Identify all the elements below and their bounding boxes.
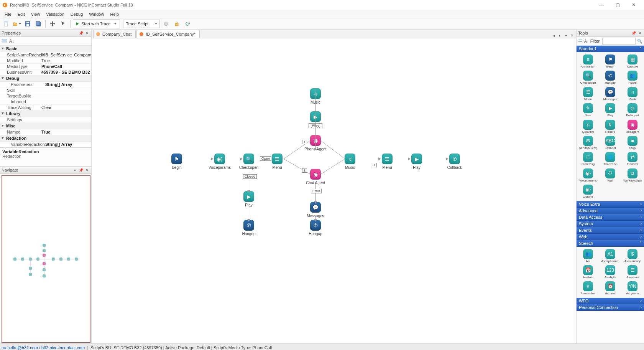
prop-cat-basic[interactable]: Basic bbox=[0, 46, 91, 52]
close-button[interactable]: ✕ bbox=[626, 1, 642, 9]
prop-row[interactable]: Inbound bbox=[0, 99, 91, 105]
move-tool-button[interactable] bbox=[48, 19, 57, 28]
refresh-button[interactable] bbox=[183, 19, 192, 28]
prop-row[interactable]: MediaTypePhoneCall bbox=[0, 64, 91, 69]
tool-cat-standard[interactable]: Standard˅ bbox=[577, 46, 644, 52]
close-panel-icon[interactable]: ✕ bbox=[637, 30, 642, 36]
prop-row[interactable]: ParametersString[] Array bbox=[0, 82, 91, 88]
tool-cat-wfo[interactable]: WFO› bbox=[577, 298, 644, 304]
search-icon[interactable]: 🔍 bbox=[637, 39, 642, 44]
record-button[interactable] bbox=[161, 19, 171, 28]
trace-script-field[interactable]: Trace Script bbox=[123, 20, 160, 28]
tool-cat-personal-connection[interactable]: Personal Connection› bbox=[577, 304, 644, 311]
tool-ziptone[interactable]: ◉⟩Ziptone bbox=[577, 184, 599, 199]
prop-row[interactable]: ScriptNameRachell\IB_SelfService_Company bbox=[0, 52, 91, 58]
tool-cat-speech[interactable]: Speech˅ bbox=[577, 240, 644, 247]
dropdown-icon[interactable]: ▾ bbox=[72, 167, 77, 173]
prop-cat-misc[interactable]: Misc bbox=[0, 123, 91, 129]
start-with-trace-button[interactable]: Start with Trace bbox=[73, 19, 120, 28]
tool-hangup[interactable]: ✆Hangup bbox=[600, 70, 621, 85]
menu-file[interactable]: File bbox=[2, 11, 15, 17]
tool-queuewi[interactable]: ⎌Queuewi bbox=[577, 119, 599, 134]
tab-1[interactable]: IB_SelfService_Company* bbox=[136, 30, 200, 38]
lock-button[interactable] bbox=[172, 19, 181, 28]
tool-record[interactable]: 🎙Record bbox=[600, 119, 621, 134]
tool-voiceparams[interactable]: ◉⟩Voiceparams bbox=[577, 168, 599, 183]
pin-icon[interactable]: 📌 bbox=[631, 30, 636, 36]
pin-icon[interactable]: 📌 bbox=[78, 167, 84, 173]
tool-note[interactable]: ✎Note bbox=[577, 102, 599, 118]
tool-asrtime[interactable]: ⏰Asrtime bbox=[600, 281, 621, 296]
tool-messages[interactable]: 💬Messages bbox=[600, 86, 621, 102]
tool-checkopen[interactable]: 🔍Checkopen bbox=[577, 70, 599, 85]
prop-row[interactable]: VariableRedactionString[] Array bbox=[0, 142, 91, 147]
tool-cat-events[interactable]: Events› bbox=[577, 227, 644, 234]
tool-asrnumber[interactable]: #Asrnumber bbox=[577, 281, 599, 296]
tool-wait[interactable]: ⏱Wait bbox=[600, 168, 621, 183]
node-hangup_r[interactable]: ✆Hangup bbox=[302, 220, 329, 236]
prop-row[interactable]: Skill bbox=[0, 88, 91, 93]
prop-row[interactable]: NamedTrue bbox=[0, 129, 91, 135]
property-grid[interactable]: BasicScriptNameRachell\IB_SelfService_Co… bbox=[0, 46, 91, 147]
tool-cat-voice-extra[interactable]: Voice Extra› bbox=[577, 201, 644, 208]
menu-window[interactable]: Window bbox=[86, 11, 107, 17]
tab-0[interactable]: Company_Chat bbox=[93, 30, 136, 38]
tool-cat-advanced[interactable]: Advanced› bbox=[577, 208, 644, 214]
tool-menu[interactable]: ☰Menu bbox=[577, 86, 599, 102]
save-button[interactable] bbox=[23, 19, 32, 28]
prop-row[interactable]: BusinessUnit4597359 - SE DEMO B32 bbox=[0, 69, 91, 75]
tool-pullagent[interactable]: ◎Pullagent bbox=[622, 102, 643, 118]
prop-cat-library[interactable]: Library bbox=[0, 111, 91, 117]
tool-capture[interactable]: ▦Capture bbox=[622, 54, 643, 69]
node-callback[interactable]: ✆Callback bbox=[441, 154, 468, 170]
menu-edit[interactable]: Edit bbox=[15, 11, 28, 17]
tool-annotation[interactable]: ≡Annotation bbox=[577, 54, 599, 69]
tool-timezone[interactable]: 🌐Timezone bbox=[600, 151, 621, 167]
tool-asralphanum[interactable]: A1Asralphanum bbox=[600, 248, 621, 264]
tab-next-icon[interactable]: ▸ bbox=[557, 33, 562, 38]
tool-storemsg[interactable]: ⬚Storemsg bbox=[577, 151, 599, 167]
menu-validation[interactable]: Validation bbox=[43, 11, 67, 17]
tab-prev-icon[interactable]: ◂ bbox=[551, 33, 556, 38]
node-hangup_b[interactable]: ✆Hangup bbox=[235, 220, 262, 236]
prop-row[interactable]: TargetBusNo bbox=[0, 93, 91, 99]
tool-asrdigits[interactable]: 123Asrdigits bbox=[600, 264, 621, 280]
tool-asrmenu[interactable]: ☰Asrmenu bbox=[622, 264, 643, 280]
prop-row[interactable]: TraceWaitingClear bbox=[0, 105, 91, 111]
tool-music[interactable]: ♫Music bbox=[622, 86, 643, 102]
canvas[interactable]: ⚑Begin◉⟩Voiceparams🔍Checkopen☰Menu♫Music… bbox=[92, 38, 576, 343]
pin-icon[interactable]: 📌 bbox=[78, 30, 84, 36]
tool-workflowdata[interactable]: ⧉WorkflowData bbox=[622, 168, 643, 183]
prop-row[interactable]: ModifiedTrue bbox=[0, 58, 91, 64]
tool-asrdate[interactable]: 📅Asrdate bbox=[577, 264, 599, 280]
node-begin[interactable]: ⚑Begin bbox=[163, 154, 190, 170]
categorized-icon[interactable] bbox=[578, 39, 583, 43]
node-voiceparams[interactable]: ◉⟩Voiceparams bbox=[206, 154, 233, 170]
tool-cat-system[interactable]: System› bbox=[577, 221, 644, 227]
node-menu2[interactable]: ☰Menu bbox=[374, 154, 401, 170]
close-panel-icon[interactable]: ✕ bbox=[84, 30, 90, 36]
tool-begin[interactable]: ⚑Begin bbox=[600, 54, 621, 69]
save-all-button[interactable] bbox=[34, 19, 43, 28]
alphabetical-icon[interactable]: A↓ bbox=[9, 39, 14, 43]
new-script-button[interactable] bbox=[2, 19, 11, 28]
tool-stop[interactable]: ■Stop bbox=[622, 135, 643, 150]
navigate-minimap[interactable] bbox=[2, 175, 90, 343]
menu-debug[interactable]: Debug bbox=[67, 11, 86, 17]
prop-cat-redaction[interactable]: Redaction bbox=[0, 135, 91, 142]
alphabetical-icon[interactable]: A↓ bbox=[584, 39, 589, 43]
status-user[interactable]: rachellm@b32.com / b32.nice-incontact.co… bbox=[2, 345, 85, 350]
tool-setlabel[interactable]: ABCSetlabel bbox=[600, 135, 621, 150]
tool-cat-data-access[interactable]: Data Access› bbox=[577, 214, 644, 221]
tool-sendsmspayload[interactable]: ✉SendSMSPayload bbox=[577, 135, 599, 150]
tool-reqagent[interactable]: ◉Reqagent bbox=[622, 119, 643, 134]
tab-list-icon[interactable]: ▾ bbox=[563, 33, 568, 38]
filter-input[interactable] bbox=[602, 38, 636, 45]
maximize-button[interactable]: ▢ bbox=[610, 1, 626, 9]
tool-play[interactable]: ▶Play bbox=[600, 102, 621, 118]
node-music_r[interactable]: ♫Music bbox=[337, 154, 363, 170]
select-tool-button[interactable] bbox=[59, 19, 68, 28]
menu-help[interactable]: Help bbox=[107, 11, 122, 17]
tool-asrcurrency[interactable]: $Asrcurrency bbox=[622, 248, 643, 264]
tab-close-icon[interactable]: ✕ bbox=[569, 33, 575, 38]
